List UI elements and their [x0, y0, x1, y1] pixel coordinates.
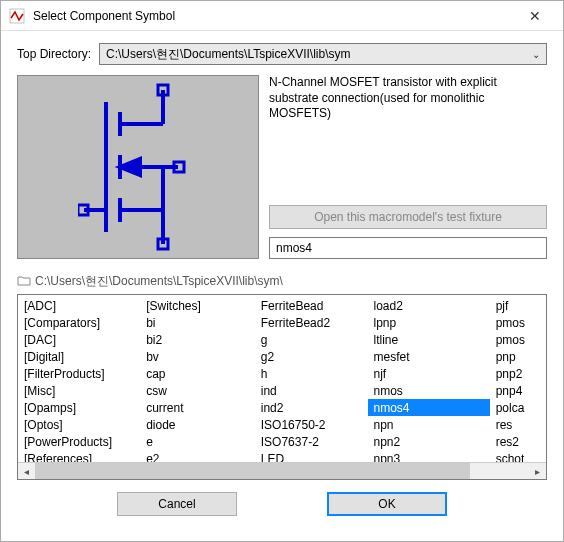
open-test-fixture-button[interactable]: Open this macromodel's test fixture — [269, 205, 547, 229]
list-item[interactable]: ind2 — [255, 399, 368, 416]
list-item[interactable]: npn2 — [368, 433, 490, 450]
list-item[interactable]: pmos — [490, 331, 546, 348]
list-item[interactable]: pnp4 — [490, 382, 546, 399]
list-item[interactable]: diode — [140, 416, 255, 433]
svg-marker-7 — [120, 159, 140, 175]
component-description: N-Channel MOSFET transistor with explici… — [269, 75, 547, 205]
list-item[interactable]: current — [140, 399, 255, 416]
path-row: C:\Users\현진\Documents\LTspiceXVII\lib\sy… — [17, 273, 547, 290]
list-item[interactable]: [Opamps] — [18, 399, 140, 416]
list-column: [ADC][Comparators][DAC][Digital][FilterP… — [18, 297, 140, 461]
topdir-select[interactable]: C:\Users\현진\Documents\LTspiceXVII\lib\sy… — [99, 43, 547, 65]
list-item[interactable]: nmos — [368, 382, 490, 399]
list-item[interactable]: [Optos] — [18, 416, 140, 433]
list-item[interactable]: load2 — [368, 297, 490, 314]
list-item[interactable]: pnp — [490, 348, 546, 365]
button-row: Cancel OK — [17, 492, 547, 516]
list-item[interactable]: [FilterProducts] — [18, 365, 140, 382]
component-list[interactable]: [ADC][Comparators][DAC][Digital][FilterP… — [17, 294, 547, 480]
scrollbar-track[interactable] — [35, 463, 529, 479]
list-item[interactable]: mesfet — [368, 348, 490, 365]
app-icon — [9, 8, 25, 24]
current-path: C:\Users\현진\Documents\LTspiceXVII\lib\sy… — [35, 273, 283, 290]
topdir-value: C:\Users\현진\Documents\LTspiceXVII\lib\sy… — [106, 46, 351, 63]
close-button[interactable]: ✕ — [515, 8, 555, 24]
right-column: N-Channel MOSFET transistor with explici… — [269, 75, 547, 259]
list-column: FerriteBeadFerriteBead2gg2hindind2ISO167… — [255, 297, 368, 461]
list-column: load2lpnpltlinemesfetnjfnmosnmos4npnnpn2… — [368, 297, 490, 461]
list-item[interactable]: FerriteBead2 — [255, 314, 368, 331]
list-item[interactable]: ltline — [368, 331, 490, 348]
list-column: [Switches]bibi2bvcapcswcurrentdiodeee2f — [140, 297, 255, 461]
list-item[interactable]: bi2 — [140, 331, 255, 348]
list-item[interactable]: csw — [140, 382, 255, 399]
list-item[interactable]: bi — [140, 314, 255, 331]
list-item[interactable]: bv — [140, 348, 255, 365]
ok-button[interactable]: OK — [327, 492, 447, 516]
list-item[interactable]: polca — [490, 399, 546, 416]
list-item[interactable]: FerriteBead — [255, 297, 368, 314]
list-item[interactable]: g — [255, 331, 368, 348]
list-item[interactable]: [DAC] — [18, 331, 140, 348]
list-item[interactable]: [ADC] — [18, 297, 140, 314]
list-item[interactable]: [Misc] — [18, 382, 140, 399]
scroll-left-icon[interactable]: ◂ — [18, 466, 35, 477]
folder-icon — [17, 274, 31, 289]
mid-section: N-Channel MOSFET transistor with explici… — [17, 75, 547, 259]
list-item[interactable]: nmos4 — [368, 399, 490, 416]
topdir-label: Top Directory: — [17, 47, 91, 61]
list-item[interactable]: [Switches] — [140, 297, 255, 314]
list-item[interactable]: res — [490, 416, 546, 433]
list-item[interactable]: [Digital] — [18, 348, 140, 365]
list-item[interactable]: res2 — [490, 433, 546, 450]
list-item[interactable]: ind — [255, 382, 368, 399]
list-item[interactable]: pnp2 — [490, 365, 546, 382]
symbol-preview — [17, 75, 259, 259]
dialog-window: Select Component Symbol ✕ Top Directory:… — [0, 0, 564, 542]
list-item[interactable]: [PowerProducts] — [18, 433, 140, 450]
nmos4-symbol-icon — [78, 82, 198, 252]
cancel-button[interactable]: Cancel — [117, 492, 237, 516]
list-item[interactable]: lpnp — [368, 314, 490, 331]
scroll-right-icon[interactable]: ▸ — [529, 466, 546, 477]
list-item[interactable]: ISO16750-2 — [255, 416, 368, 433]
list-item[interactable]: njf — [368, 365, 490, 382]
list-item[interactable]: h — [255, 365, 368, 382]
list-item[interactable]: [Comparators] — [18, 314, 140, 331]
chevron-down-icon: ⌄ — [532, 49, 540, 60]
window-title: Select Component Symbol — [33, 9, 515, 23]
topdir-row: Top Directory: C:\Users\현진\Documents\LTs… — [17, 43, 547, 65]
list-item[interactable]: e — [140, 433, 255, 450]
horizontal-scrollbar[interactable]: ◂ ▸ — [18, 462, 546, 479]
list-item[interactable]: g2 — [255, 348, 368, 365]
list-item[interactable]: pjf — [490, 297, 546, 314]
content: Top Directory: C:\Users\현진\Documents\LTs… — [1, 31, 563, 524]
svg-rect-15 — [78, 205, 88, 215]
list-column: pjfpmospmospnppnp2pnp4polcaresres2schotS… — [490, 297, 546, 461]
scrollbar-thumb[interactable] — [35, 463, 470, 479]
titlebar: Select Component Symbol ✕ — [1, 1, 563, 31]
list-item[interactable]: ISO7637-2 — [255, 433, 368, 450]
component-search-input[interactable] — [269, 237, 547, 259]
list-item[interactable]: cap — [140, 365, 255, 382]
list-item[interactable]: pmos — [490, 314, 546, 331]
list-item[interactable]: npn — [368, 416, 490, 433]
